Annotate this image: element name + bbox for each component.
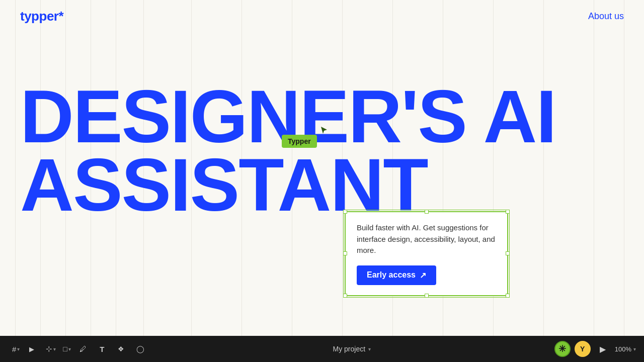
logo[interactable]: typper* — [20, 9, 63, 24]
zoom-chevron-icon: ▾ — [633, 346, 636, 352]
avatar-yellow[interactable]: Y — [575, 341, 591, 357]
toolbar-left-group: # ▾ ▶ ⊹ ▾ □ ▾ 🖊 T ❖ ◯ — [8, 340, 149, 358]
rect-icon: □ — [63, 345, 67, 353]
handle-tl — [343, 210, 347, 214]
early-access-label: Early access — [367, 270, 416, 280]
text-icon: T — [100, 345, 104, 353]
avatar-yellow-label: Y — [580, 345, 585, 353]
avatar-green[interactable]: ✳ — [554, 341, 571, 357]
component-icon: ❖ — [118, 345, 124, 353]
early-access-button[interactable]: Early access ↗ — [357, 265, 436, 285]
select-icon: ⊹ — [46, 344, 52, 353]
handle-ml — [343, 251, 347, 255]
nav-about-link[interactable]: About us — [588, 11, 624, 22]
project-name-label: My project — [333, 345, 365, 353]
avatar-green-icon: ✳ — [558, 343, 566, 354]
zoom-selector[interactable]: 100% ▾ — [615, 345, 636, 353]
play-button-right[interactable]: ▶ — [595, 341, 611, 357]
play-tool-button[interactable]: ▶ — [23, 340, 41, 358]
play-right-icon: ▶ — [600, 344, 606, 354]
toolbar-center: My project ▾ — [151, 345, 552, 353]
toolbar-right: ✳ Y ▶ 100% ▾ — [554, 341, 636, 357]
handle-tr — [506, 210, 510, 214]
header: typper* About us — [0, 0, 644, 32]
bottom-toolbar: # ▾ ▶ ⊹ ▾ □ ▾ 🖊 T ❖ ◯ — [0, 336, 644, 362]
cursor-tooltip-label: Typper — [282, 135, 317, 148]
text-tool-button[interactable]: T — [93, 340, 111, 358]
card-description: Build faster with AI. Get suggestions fo… — [357, 222, 496, 256]
rect-chevron-icon: ▾ — [68, 346, 71, 352]
frame-icon: # — [12, 345, 16, 353]
frame-tool-button[interactable]: # ▾ — [8, 340, 22, 358]
select-tool-button[interactable]: ⊹ ▾ — [42, 340, 58, 358]
handle-tm — [425, 210, 429, 214]
component-tool-button[interactable]: ❖ — [112, 340, 130, 358]
cursor-icon — [320, 126, 328, 138]
comment-icon: ◯ — [136, 345, 144, 353]
pen-icon: 🖊 — [79, 345, 87, 353]
project-name-selector[interactable]: My project ▾ — [333, 345, 371, 353]
info-card: Build faster with AI. Get suggestions fo… — [345, 211, 508, 296]
pen-tool-button[interactable]: 🖊 — [74, 340, 92, 358]
project-chevron-icon: ▾ — [368, 346, 371, 352]
rect-tool-button[interactable]: □ ▾ — [59, 340, 72, 358]
arrow-icon: ↗ — [420, 270, 426, 280]
handle-br — [506, 294, 510, 298]
handle-bl — [343, 294, 347, 298]
select-chevron-icon: ▾ — [53, 346, 56, 352]
frame-chevron-icon: ▾ — [17, 346, 20, 352]
cursor-tooltip-container: Typper — [282, 135, 317, 148]
handle-bm — [425, 294, 429, 298]
handle-mr — [506, 251, 510, 255]
comment-tool-button[interactable]: ◯ — [131, 340, 149, 358]
play-icon: ▶ — [29, 345, 34, 353]
zoom-level-label: 100% — [615, 345, 631, 353]
hero-title: DESIGNER'S AI ASSISTANT — [20, 82, 624, 219]
